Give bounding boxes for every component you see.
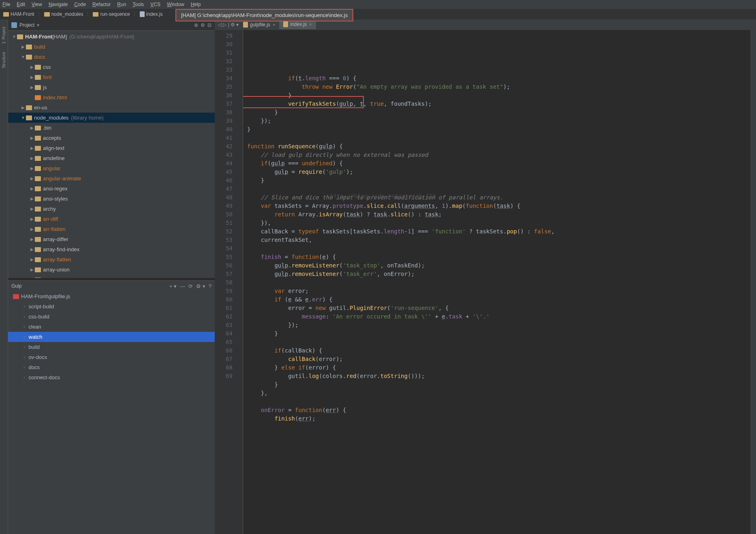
tree-item[interactable]: ▶build xyxy=(8,42,215,52)
expand-icon[interactable]: ▼ xyxy=(11,34,17,39)
code-line[interactable]: if(callBack) { xyxy=(247,346,750,355)
gulp-task-item[interactable]: ◦clean xyxy=(8,322,215,332)
gulp-settings-icon[interactable]: ⚙ ▾ xyxy=(196,283,205,289)
code-line[interactable]: currentTaskSet, xyxy=(247,236,750,244)
collapse-icon[interactable]: ⊕ xyxy=(194,22,198,28)
code-line[interactable]: finish = function(e) { xyxy=(247,253,750,261)
tree-item[interactable]: ▶arr-flatten xyxy=(8,224,215,234)
code-line[interactable]: gulp.removeListener('task_err', onError)… xyxy=(247,270,750,278)
tree-item[interactable]: ▶ansi-regex xyxy=(8,184,215,194)
tree-item[interactable]: ▶array-differ xyxy=(8,234,215,244)
code-line[interactable]: error = new gutil.PluginError('run-seque… xyxy=(247,304,750,312)
gulp-task-item[interactable]: ◦connect-docs xyxy=(8,372,215,382)
structure-tool-label[interactable]: Structure xyxy=(2,52,6,68)
tree-item[interactable]: ▶array-flatten xyxy=(8,254,215,265)
code-line[interactable]: onError = function(err) { xyxy=(247,406,750,414)
expand-icon[interactable]: ▼ xyxy=(20,55,26,59)
tree-item[interactable]: ▶array-uniq xyxy=(8,275,215,278)
tree-item[interactable]: ▼docs xyxy=(8,52,215,62)
tree-item[interactable]: ▶angular xyxy=(8,163,215,173)
menu-run[interactable]: Run xyxy=(117,2,126,7)
tree-item[interactable]: ▶archy xyxy=(8,204,215,214)
tree-item[interactable]: index.html xyxy=(8,92,215,103)
expand-icon[interactable]: ▶ xyxy=(29,176,35,181)
expand-icon[interactable]: ▶ xyxy=(29,227,35,231)
tree-item[interactable]: ▶angular-animate xyxy=(8,173,215,184)
code-line[interactable]: finish(err); xyxy=(247,414,750,423)
breadcrumb-item[interactable]: index.js xyxy=(140,11,163,17)
tree-item[interactable]: ▶css xyxy=(8,62,215,72)
tree-item[interactable]: ▶.bin xyxy=(8,123,215,133)
expand-icon[interactable]: ▶ xyxy=(29,85,35,90)
code-line[interactable]: throw new Error("An empty array was prov… xyxy=(247,83,750,91)
breadcrumb-item[interactable]: HAM-Front xyxy=(3,11,34,17)
tree-item[interactable]: ▶accepts xyxy=(8,133,215,143)
code-line[interactable]: callBack(error); xyxy=(247,355,750,363)
code-line[interactable] xyxy=(247,185,750,193)
expand-icon[interactable]: ▶ xyxy=(29,65,35,69)
code-line[interactable]: } xyxy=(247,91,750,100)
code-line[interactable]: } xyxy=(247,380,750,389)
expand-icon[interactable]: ▶ xyxy=(29,237,35,241)
expand-icon[interactable]: ▶ xyxy=(29,197,35,201)
code-line[interactable]: }), xyxy=(247,219,750,227)
tree-item[interactable]: ▼HAM-Front [HAM](G:\chenqk\app\HAM-Front… xyxy=(8,32,215,42)
code-line[interactable] xyxy=(247,244,750,253)
gulp-task-item[interactable]: HAM-Front\gulpfile.js xyxy=(8,291,215,301)
expand-icon[interactable]: ▶ xyxy=(29,257,35,262)
code-line[interactable] xyxy=(247,278,750,287)
code-line[interactable]: } xyxy=(247,329,750,338)
code-line[interactable]: }); xyxy=(247,321,750,329)
project-tool-label[interactable]: 1: Project xyxy=(2,27,6,44)
code-line[interactable]: function runSequence(gulp) { xyxy=(247,142,750,151)
menu-navigate[interactable]: Navigate xyxy=(49,2,68,7)
gulp-task-item[interactable]: ◦ov-docs xyxy=(8,352,215,362)
code-line[interactable]: gutil.log(colors.red(error.toString())); xyxy=(247,372,750,380)
code-line[interactable] xyxy=(247,134,750,142)
code-editor[interactable]: http://blog.csdn.net/chenqk_123 if(t.len… xyxy=(243,30,750,534)
menu-code[interactable]: Code xyxy=(74,2,86,7)
tree-item[interactable]: ▶amdefine xyxy=(8,153,215,163)
gulp-refresh-icon[interactable]: ⟳ xyxy=(188,283,193,289)
code-line[interactable]: message: 'An error occured in task \'' +… xyxy=(247,312,750,321)
gulp-tree[interactable]: HAM-Front\gulpfile.js◦script-build◦css-b… xyxy=(8,291,215,534)
expand-icon[interactable]: ▶ xyxy=(29,186,35,191)
fold-strip[interactable] xyxy=(237,30,243,534)
menu-refactor[interactable]: Refactor xyxy=(92,2,111,7)
code-line[interactable]: } xyxy=(247,125,750,134)
code-line[interactable]: if (e && e.err) { xyxy=(247,295,750,304)
tree-item[interactable]: ▶align-text xyxy=(8,143,215,153)
code-line[interactable]: } xyxy=(247,108,750,117)
code-line[interactable]: return Array.isArray(task) ? task.slice(… xyxy=(247,210,750,219)
editor-scrollbar[interactable] xyxy=(750,30,756,534)
code-line[interactable]: }, xyxy=(247,389,750,397)
code-line[interactable]: var error; xyxy=(247,287,750,295)
menu-view[interactable]: View xyxy=(32,2,42,7)
code-line[interactable]: }); xyxy=(247,117,750,125)
close-icon[interactable]: × xyxy=(309,22,312,27)
code-line[interactable]: if(t.length === 0) { xyxy=(247,74,750,83)
menu-help[interactable]: Help xyxy=(191,2,201,7)
code-line[interactable] xyxy=(247,397,750,406)
tree-item[interactable]: ▶arr-diff xyxy=(8,214,215,224)
expand-icon[interactable]: ▶ xyxy=(20,45,26,49)
code-line[interactable]: } else if(error) { xyxy=(247,363,750,372)
gulp-task-item[interactable]: ◦watch xyxy=(8,332,215,342)
gulp-help-icon[interactable]: ? xyxy=(209,283,211,289)
menu-tools[interactable]: Tools xyxy=(132,2,144,7)
expand-icon[interactable]: ▶ xyxy=(29,247,35,252)
code-line[interactable]: gulp.removeListener('task_stop', onTaskE… xyxy=(247,261,750,270)
tab-nav-controls[interactable]: ◁ ▷ | ⚙ ▾ xyxy=(218,22,239,28)
tree-item[interactable]: ▶en-us xyxy=(8,103,215,113)
expand-icon[interactable]: ▶ xyxy=(29,136,35,140)
code-line[interactable]: verifyTaskSets(gulp, t, true, foundTasks… xyxy=(247,100,750,108)
gulp-remove-icon[interactable]: — xyxy=(180,283,185,289)
hide-icon[interactable]: ⊟ xyxy=(207,22,211,28)
settings-icon[interactable]: ⚙ xyxy=(201,22,205,28)
code-line[interactable] xyxy=(247,338,750,346)
gulp-task-item[interactable]: ◦build xyxy=(8,342,215,352)
expand-icon[interactable]: ▼ xyxy=(20,115,26,120)
expand-icon[interactable]: ▶ xyxy=(29,126,35,130)
menu-edit[interactable]: Edit xyxy=(17,2,25,7)
gulp-task-item[interactable]: ◦docs xyxy=(8,362,215,372)
